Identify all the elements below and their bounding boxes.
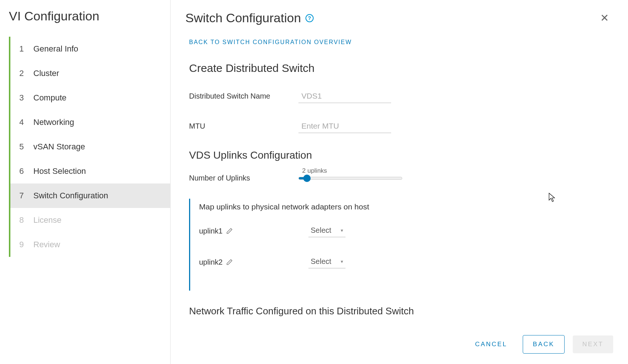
create-switch-heading: Create Distributed Switch [189, 62, 613, 75]
step-number: 7 [19, 191, 28, 201]
step-label: Switch Configuration [33, 191, 108, 201]
uplink2-select-value: Select [311, 257, 331, 266]
mtu-row: MTU [189, 119, 613, 133]
mtu-label: MTU [189, 122, 298, 130]
main-header: Switch Configuration ? ✕ [171, 0, 628, 32]
main-panel: Switch Configuration ? ✕ BACK TO SWITCH … [171, 0, 628, 364]
uplink2-row: uplink2 Select ▾ [199, 256, 613, 268]
step-label: License [33, 215, 62, 225]
uplink2-select[interactable]: Select ▾ [308, 256, 346, 268]
back-to-overview-link[interactable]: BACK TO SWITCH CONFIGURATION OVERVIEW [189, 39, 352, 46]
step-label: General Info [33, 44, 78, 54]
next-button: NEXT [573, 335, 613, 353]
uplinks-slider[interactable]: 2 uplinks [298, 177, 402, 180]
step-number: 6 [19, 166, 28, 176]
step-general-info[interactable]: 1 General Info [10, 37, 170, 61]
sidebar-title: VI Configuration [9, 9, 170, 23]
step-number: 8 [19, 215, 28, 225]
step-switch-configuration[interactable]: 7 Switch Configuration [10, 183, 170, 208]
wizard-step-list: 1 General Info 2 Cluster 3 Compute 4 Net… [9, 37, 170, 257]
chevron-down-icon: ▾ [341, 259, 343, 264]
switch-name-input[interactable] [298, 89, 391, 103]
close-button[interactable]: ✕ [596, 10, 613, 26]
uplink1-select-value: Select [311, 226, 331, 235]
back-button[interactable]: BACK [523, 335, 564, 354]
network-traffic-heading: Network Traffic Configured on this Distr… [189, 305, 613, 317]
edit-icon[interactable] [226, 228, 233, 234]
step-label: Review [33, 240, 60, 249]
uplink-mapping-block: Map uplinks to physical network adapters… [189, 199, 613, 291]
step-host-selection[interactable]: 6 Host Selection [10, 159, 170, 183]
uplink2-label: uplink2 [199, 258, 222, 267]
wizard-footer: CANCEL BACK NEXT [467, 335, 613, 354]
uplinks-count-label: Number of Uplinks [189, 174, 298, 182]
step-compute[interactable]: 3 Compute [10, 86, 170, 110]
uplinks-config-heading: VDS Uplinks Configuration [189, 149, 613, 161]
slider-thumb[interactable] [303, 175, 311, 182]
uplink1-row: uplink1 Select ▾ [199, 225, 613, 237]
step-number: 5 [19, 142, 28, 152]
mtu-input[interactable] [298, 119, 391, 133]
main-body: BACK TO SWITCH CONFIGURATION OVERVIEW Cr… [171, 32, 628, 364]
step-label: Compute [33, 93, 66, 103]
uplink1-label: uplink1 [199, 227, 222, 235]
slider-track[interactable] [298, 177, 402, 180]
chevron-down-icon: ▾ [341, 228, 343, 233]
step-number: 9 [19, 240, 28, 249]
switch-name-row: Distributed Switch Name [189, 89, 613, 103]
step-networking[interactable]: 4 Networking [10, 110, 170, 135]
step-number: 2 [19, 69, 28, 78]
uplinks-slider-caption: 2 uplinks [302, 167, 327, 175]
step-review: 9 Review [10, 232, 170, 257]
step-label: Cluster [33, 69, 59, 78]
help-icon[interactable]: ? [305, 14, 314, 22]
step-number: 4 [19, 118, 28, 127]
cancel-button[interactable]: CANCEL [467, 335, 515, 353]
step-number: 1 [19, 44, 28, 54]
edit-icon[interactable] [226, 259, 233, 265]
wizard-sidebar: VI Configuration 1 General Info 2 Cluste… [0, 0, 171, 364]
step-label: Networking [33, 118, 74, 127]
step-vsan-storage[interactable]: 5 vSAN Storage [10, 135, 170, 159]
step-number: 3 [19, 93, 28, 103]
step-license: 8 License [10, 208, 170, 232]
uplinks-count-row: Number of Uplinks 2 uplinks [189, 174, 613, 182]
step-label: Host Selection [33, 166, 86, 176]
uplink1-select[interactable]: Select ▾ [308, 225, 346, 237]
switch-name-label: Distributed Switch Name [189, 92, 298, 100]
step-label: vSAN Storage [33, 142, 85, 152]
uplink-mapping-hint: Map uplinks to physical network adapters… [199, 202, 613, 211]
step-cluster[interactable]: 2 Cluster [10, 61, 170, 86]
page-title: Switch Configuration [185, 11, 301, 25]
